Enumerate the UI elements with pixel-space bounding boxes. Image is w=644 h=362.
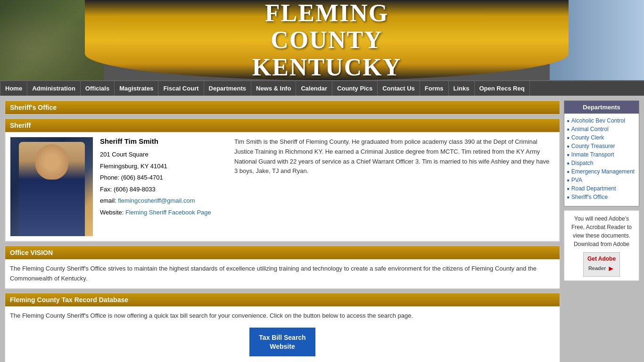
list-item: Dispatch xyxy=(567,160,636,166)
sidebar-departments-box: Departments Alcoholic Bev Control Animal… xyxy=(564,100,639,206)
nav-officials[interactable]: Officials xyxy=(81,81,115,96)
list-item: Sheriff's Office xyxy=(567,194,636,200)
header: FLEMING COUNTY KENTUCKY xyxy=(0,0,644,80)
header-center: FLEMING COUNTY KENTUCKY xyxy=(85,0,569,80)
sheriff-website-row: Website: Fleming Sheriff Facebook Page xyxy=(100,208,227,217)
adobe-text: You will need Adobe's Free, Acrobat Read… xyxy=(568,214,635,248)
sheriff-info: Sheriff Tim Smith 201 Court Square Flemi… xyxy=(100,137,227,236)
sidebar: Departments Alcoholic Bev Control Animal… xyxy=(564,100,639,362)
list-item: Emergency Management xyxy=(567,168,636,175)
sheriff-email-label: email: xyxy=(100,197,118,204)
list-item: Alcoholic Bev Control xyxy=(567,117,636,124)
tax-section: Fleming County Tax Record Database The F… xyxy=(5,293,560,362)
sheriff-address-line1: 201 Court Square xyxy=(100,150,227,159)
list-item: PVA xyxy=(567,177,636,183)
nav-news-info[interactable]: News & Info xyxy=(251,81,296,96)
sheriff-name: Sheriff Tim Smith xyxy=(100,137,227,145)
nav-open-recs-req[interactable]: Open Recs Req xyxy=(475,81,530,96)
list-item: County Clerk xyxy=(567,134,636,141)
page-body: Sheriff's Office Sheriff Sheriff Tim Smi… xyxy=(0,96,644,362)
sheriff-section: Sheriff Sheriff Tim Smith 201 Court Squa… xyxy=(5,118,560,242)
tax-section-header: Fleming County Tax Record Database xyxy=(5,293,560,306)
nav-calendar[interactable]: Calendar xyxy=(296,81,332,96)
sidebar-adobe-box: You will need Adobe's Free, Acrobat Read… xyxy=(564,210,639,281)
sidebar-dept-list: Alcoholic Bev Control Animal Control Cou… xyxy=(564,114,639,206)
list-item: County Treasurer xyxy=(567,143,636,149)
tax-button-wrap: Tax Bill Search Website xyxy=(10,328,555,356)
sheriff-content: Sheriff Tim Smith 201 Court Square Flemi… xyxy=(5,132,560,241)
sheriff-photo xyxy=(10,137,93,236)
sheriff-facebook-link[interactable]: Fleming Sheriff Facebook Page xyxy=(125,209,211,216)
sheriff-bio: Tim Smith is the Sheriff of Fleming Coun… xyxy=(234,137,554,236)
nav-magistrates[interactable]: Magistrates xyxy=(115,81,158,96)
sidebar-link-emergency-mgmt[interactable]: Emergency Management xyxy=(571,168,635,175)
sidebar-link-road-dept[interactable]: Road Department xyxy=(571,185,616,192)
sheriff-phone: Phone: (606) 845-4701 xyxy=(100,173,227,182)
main-nav: Home Administration Officials Magistrate… xyxy=(0,80,644,96)
list-item: Road Department xyxy=(567,185,636,192)
sidebar-link-county-treasurer[interactable]: County Treasurer xyxy=(571,143,615,149)
list-item: Animal Control xyxy=(567,126,636,132)
nav-contact-us[interactable]: Contact Us xyxy=(378,81,420,96)
sidebar-link-animal-control[interactable]: Animal Control xyxy=(571,126,609,132)
tax-body: The Fleming County Sheriff's Office is n… xyxy=(5,306,560,362)
sheriff-address-line2: Flemingsburg, KY 41041 xyxy=(100,162,227,171)
breadcrumb-section: Sheriff's Office xyxy=(5,100,560,115)
nav-fiscal-court[interactable]: Fiscal Court xyxy=(158,81,204,96)
vision-body: The Fleming County Sheriff's Office stri… xyxy=(5,259,560,288)
adobe-reader-btn[interactable]: Get Adobe Reader ► xyxy=(583,252,620,277)
nav-administration[interactable]: Administration xyxy=(27,81,81,96)
sheriff-email-link[interactable]: flemingcosheriff@gmail.com xyxy=(118,197,195,204)
sidebar-link-county-clerk[interactable]: County Clerk xyxy=(571,134,604,141)
content-area: Sheriff's Office Sheriff Sheriff Tim Smi… xyxy=(5,100,560,362)
sidebar-link-dispatch[interactable]: Dispatch xyxy=(571,160,594,166)
nav-departments[interactable]: Departments xyxy=(204,81,251,96)
breadcrumb: Sheriff's Office xyxy=(5,101,560,114)
nav-forms[interactable]: Forms xyxy=(420,81,449,96)
vision-section: Office VISION The Fleming County Sheriff… xyxy=(5,246,560,289)
sidebar-link-alcoholic-bev[interactable]: Alcoholic Bev Control xyxy=(571,117,625,124)
vision-section-header: Office VISION xyxy=(5,246,560,259)
nav-links[interactable]: Links xyxy=(449,81,475,96)
sidebar-departments-title: Departments xyxy=(564,101,639,114)
sheriff-website-label: Website: xyxy=(100,209,125,216)
sidebar-link-pva[interactable]: PVA xyxy=(571,177,582,183)
sheriff-fax: Fax: (606) 849-8033 xyxy=(100,185,227,194)
sheriff-section-header: Sheriff xyxy=(5,119,560,132)
sidebar-link-inmate-transport[interactable]: Inmate Transport xyxy=(571,151,614,158)
sidebar-link-sheriffs-office[interactable]: Sheriff's Office xyxy=(571,194,608,200)
tax-bill-search-button[interactable]: Tax Bill Search Website xyxy=(249,328,315,356)
site-title: FLEMING COUNTY KENTUCKY xyxy=(252,0,401,80)
list-item: Inmate Transport xyxy=(567,151,636,158)
nav-county-pics[interactable]: County Pics xyxy=(332,81,378,96)
sheriff-photo-figure xyxy=(19,142,85,236)
tax-description: The Fleming County Sheriff's Office is n… xyxy=(10,311,555,321)
nav-home[interactable]: Home xyxy=(0,81,27,96)
sheriff-email-row: email: flemingcosheriff@gmail.com xyxy=(100,196,227,206)
